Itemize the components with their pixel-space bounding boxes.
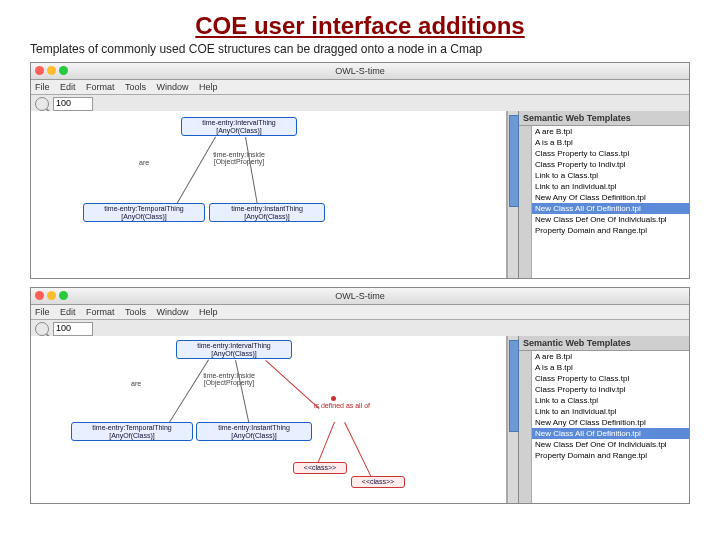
template-item[interactable]: New Any Of Class Definition.tpl xyxy=(532,192,689,203)
template-item[interactable]: New Class Def One Of Individuals.tpl xyxy=(532,439,689,450)
edge-label-prop: time-entry:Inside [ObjectProperty] xyxy=(189,372,269,386)
template-item[interactable]: A is a B.tpl xyxy=(532,362,689,373)
templates-list[interactable]: A are B.tpl A is a B.tpl Class Property … xyxy=(532,126,689,278)
panel-tool-icons[interactable] xyxy=(519,126,532,278)
close-icon[interactable] xyxy=(35,291,44,300)
templates-panel: Semantic Web Templates A are B.tpl A is … xyxy=(518,111,689,278)
menu-window[interactable]: Window xyxy=(156,307,188,317)
template-item-selected[interactable]: New Class All Of Definition.tpl xyxy=(532,428,689,439)
template-item[interactable]: Link to an Individual.tpl xyxy=(532,181,689,192)
templates-list[interactable]: A are B.tpl A is a B.tpl Class Property … xyxy=(532,351,689,503)
cmap-canvas[interactable]: time-entry:IntervalThing [AnyOf(Class)] … xyxy=(31,336,507,503)
menubar: File Edit Format Tools Window Help xyxy=(31,80,689,95)
window-title: OWL-S-time xyxy=(335,291,385,301)
minimize-icon[interactable] xyxy=(47,66,56,75)
menu-file[interactable]: File xyxy=(35,82,50,92)
node-root[interactable]: time-entry:IntervalThing [AnyOf(Class)] xyxy=(176,340,292,359)
templates-panel-title: Semantic Web Templates xyxy=(519,111,689,126)
templates-panel-title: Semantic Web Templates xyxy=(519,336,689,351)
menubar: File Edit Format Tools Window Help xyxy=(31,305,689,320)
template-item[interactable]: New Class Def One Of Individuals.tpl xyxy=(532,214,689,225)
zoom-input[interactable]: 100 xyxy=(53,322,93,336)
magnifier-icon[interactable] xyxy=(35,97,49,111)
traffic-lights xyxy=(35,66,68,75)
template-item[interactable]: A is a B.tpl xyxy=(532,137,689,148)
node-instant[interactable]: time-entry:InstantThing [AnyOf(Class)] xyxy=(196,422,312,441)
window-title: OWL-S-time xyxy=(335,66,385,76)
menu-edit[interactable]: Edit xyxy=(60,307,76,317)
menu-tools[interactable]: Tools xyxy=(125,307,146,317)
window-titlebar: OWL-S-time xyxy=(31,63,689,80)
screenshot-after: OWL-S-time File Edit Format Tools Window… xyxy=(30,287,690,504)
edge-label-prop: time-entry:Inside [ObjectProperty] xyxy=(199,151,279,165)
edge-label-are: are xyxy=(131,380,141,387)
node-temporal[interactable]: time-entry:TemporalThing [AnyOf(Class)] xyxy=(71,422,193,441)
node-instant[interactable]: time-entry:InstantThing [AnyOf(Class)] xyxy=(209,203,325,222)
zoom-input[interactable]: 100 xyxy=(53,97,93,111)
template-item[interactable]: Property Domain and Range.tpl xyxy=(532,450,689,461)
node-root[interactable]: time-entry:IntervalThing [AnyOf(Class)] xyxy=(181,117,297,136)
menu-format[interactable]: Format xyxy=(86,307,115,317)
menu-help[interactable]: Help xyxy=(199,307,218,317)
template-item[interactable]: Link to a Class.tpl xyxy=(532,395,689,406)
node-temporal[interactable]: time-entry:TemporalThing [AnyOf(Class)] xyxy=(83,203,205,222)
templates-panel: Semantic Web Templates A are B.tpl A is … xyxy=(518,336,689,503)
template-item[interactable]: Link to an Individual.tpl xyxy=(532,406,689,417)
edge-label-are: are xyxy=(139,159,149,166)
canvas-scrollbar[interactable] xyxy=(507,336,518,503)
template-item[interactable]: Class Property to Indiv.tpl xyxy=(532,159,689,170)
zoom-window-icon[interactable] xyxy=(59,66,68,75)
menu-edit[interactable]: Edit xyxy=(60,82,76,92)
window-titlebar: OWL-S-time xyxy=(31,288,689,305)
template-item[interactable]: Link to a Class.tpl xyxy=(532,170,689,181)
edge-label-defined: is defined as all of xyxy=(307,402,377,409)
traffic-lights xyxy=(35,291,68,300)
slide-title: COE user interface additions xyxy=(0,12,720,40)
menu-window[interactable]: Window xyxy=(156,82,188,92)
zoom-window-icon[interactable] xyxy=(59,291,68,300)
panel-tool-icons[interactable] xyxy=(519,351,532,503)
template-item[interactable]: New Any Of Class Definition.tpl xyxy=(532,417,689,428)
node-class-placeholder[interactable]: <<class>> xyxy=(351,476,405,488)
menu-format[interactable]: Format xyxy=(86,82,115,92)
menu-tools[interactable]: Tools xyxy=(125,82,146,92)
template-item[interactable]: Class Property to Indiv.tpl xyxy=(532,384,689,395)
drop-anchor-icon xyxy=(331,396,336,401)
slide-subtitle: Templates of commonly used COE structure… xyxy=(30,42,720,56)
menu-help[interactable]: Help xyxy=(199,82,218,92)
template-item[interactable]: Property Domain and Range.tpl xyxy=(532,225,689,236)
canvas-scrollbar[interactable] xyxy=(507,111,518,278)
minimize-icon[interactable] xyxy=(47,291,56,300)
template-item[interactable]: A are B.tpl xyxy=(532,126,689,137)
node-class-placeholder[interactable]: <<class>> xyxy=(293,462,347,474)
screenshot-before: OWL-S-time File Edit Format Tools Window… xyxy=(30,62,690,279)
magnifier-icon[interactable] xyxy=(35,322,49,336)
menu-file[interactable]: File xyxy=(35,307,50,317)
template-item-selected[interactable]: New Class All Of Definition.tpl xyxy=(532,203,689,214)
template-item[interactable]: Class Property to Class.tpl xyxy=(532,148,689,159)
template-item[interactable]: A are B.tpl xyxy=(532,351,689,362)
template-item[interactable]: Class Property to Class.tpl xyxy=(532,373,689,384)
close-icon[interactable] xyxy=(35,66,44,75)
cmap-canvas[interactable]: time-entry:IntervalThing [AnyOf(Class)] … xyxy=(31,111,507,278)
